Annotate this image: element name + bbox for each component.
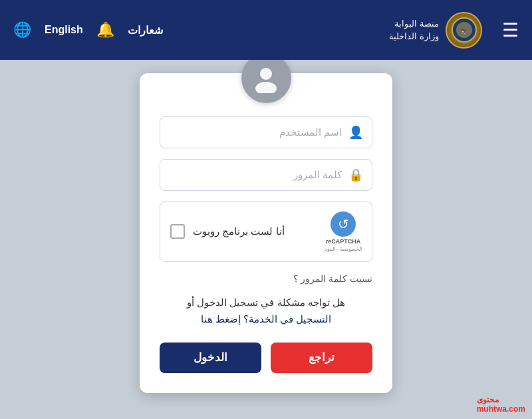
logo-area: منصة البوابة وزارة الداخلية 🦅: [389, 12, 482, 49]
login-card: 👤 🔒 ↺ reCAPTCHA الخصوصية - البنود أنا لس…: [140, 73, 392, 393]
recaptcha-links-label: الخصوصية - البنود: [325, 246, 362, 252]
password-group: 🔒: [160, 159, 372, 191]
watermark: محتوى muhtwa.com: [477, 395, 525, 414]
recaptcha-brand-label: reCAPTCHA: [326, 238, 361, 245]
back-button[interactable]: تراجع: [271, 343, 372, 373]
header-left: 🌐 English 🔔 شعارات: [13, 21, 163, 39]
svg-point-3: [260, 68, 272, 80]
lang-label[interactable]: English: [45, 24, 83, 36]
bell-icon[interactable]: 🔔: [96, 21, 114, 39]
password-input[interactable]: [160, 159, 372, 191]
username-input[interactable]: [160, 116, 372, 148]
globe-icon[interactable]: 🌐: [13, 21, 31, 39]
watermark-url: muhtwa.com: [477, 404, 525, 414]
problem-line1: هل تواجه مشكلة في تسجيل الدخول أو: [160, 294, 372, 311]
problem-line2[interactable]: التسجيل في الخدمة؟ إضغط هنا: [160, 311, 372, 328]
header-right: منصة البوابة وزارة الداخلية 🦅 ☰: [389, 12, 519, 49]
avatar-area: [160, 53, 372, 103]
recaptcha-branding: ↺ reCAPTCHA الخصوصية - البنود: [325, 211, 362, 252]
username-group: 👤: [160, 116, 372, 148]
hamburger-icon[interactable]: ☰: [502, 19, 519, 41]
login-button[interactable]: الدخول: [160, 343, 261, 373]
button-row: الدخول تراجع: [160, 343, 372, 373]
recaptcha-checkbox[interactable]: [170, 224, 185, 239]
svg-text:↺: ↺: [337, 217, 348, 231]
recaptcha-right: أنا لست برنامج روبوت: [170, 224, 285, 239]
header: 🌐 English 🔔 شعارات منصة البوابة وزارة ال…: [0, 0, 532, 60]
recaptcha-label: أنا لست برنامج روبوت: [193, 225, 285, 237]
forgot-password-link[interactable]: نسيت كلمة المرور ؟: [293, 273, 372, 284]
forgot-password-section: نسيت كلمة المرور ؟: [160, 273, 372, 285]
main-content: 👤 🔒 ↺ reCAPTCHA الخصوصية - البنود أنا لس…: [0, 60, 532, 419]
logo-text: منصة البوابة وزارة الداخلية: [389, 17, 439, 43]
svg-text:🦅: 🦅: [461, 28, 467, 35]
problem-text: هل تواجه مشكلة في تسجيل الدخول أو التسجي…: [160, 294, 372, 328]
lock-icon: 🔒: [348, 168, 363, 182]
arabic-label[interactable]: شعارات: [128, 24, 163, 37]
svg-point-4: [255, 82, 277, 93]
recaptcha-box: ↺ reCAPTCHA الخصوصية - البنود أنا لست بر…: [160, 202, 372, 262]
problem-link[interactable]: التسجيل في الخدمة؟ إضغط هنا: [201, 313, 332, 325]
user-icon: 👤: [348, 125, 363, 140]
watermark-arabic: محتوى: [477, 395, 499, 404]
kuwait-emblem: 🦅: [446, 12, 482, 49]
avatar: [241, 53, 291, 103]
